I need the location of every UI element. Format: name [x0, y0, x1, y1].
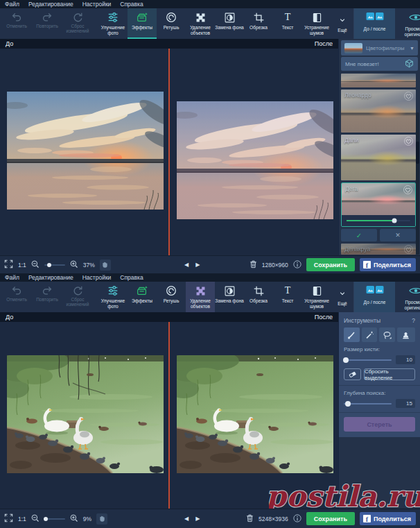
zoom-in-icon[interactable] [70, 259, 78, 271]
fit-screen-button[interactable] [4, 259, 13, 271]
tab-more[interactable]: Ещё [331, 282, 353, 312]
zoom-slider[interactable] [44, 264, 65, 266]
filter-item-delacroix[interactable]: Делакруа [341, 244, 416, 255]
tab-enhance[interactable]: Улучшение фото [98, 282, 128, 312]
lasso-tool-button[interactable] [379, 327, 395, 342]
reset-selection-button[interactable]: Сбросить выделение [364, 368, 415, 380]
tab-more[interactable]: Ещё [331, 8, 353, 39]
search-depth-handle[interactable] [345, 401, 351, 407]
slider-handle[interactable] [392, 219, 397, 223]
photo-after-sunset[interactable] [177, 101, 333, 219]
scrollbar-thumb[interactable] [416, 142, 419, 164]
filter-item-degas-selected[interactable]: Дега [341, 182, 416, 227]
erase-button[interactable]: Стереть [344, 417, 415, 432]
help-button[interactable]: ? [412, 317, 415, 324]
wand-icon [365, 330, 374, 340]
favorite-icon[interactable] [404, 137, 413, 146]
tab-text[interactable]: T Текст [273, 8, 302, 39]
tab-enhance[interactable]: Улучшение фото [98, 8, 128, 39]
filter-intensity-slider[interactable] [342, 215, 415, 226]
favorite-icon[interactable] [404, 245, 413, 254]
filter-item-partial[interactable] [341, 74, 416, 87]
tab-retouch[interactable]: Ретушь [157, 8, 186, 39]
eraser-tool-button[interactable] [344, 368, 361, 380]
next-image-button[interactable]: ▶ [195, 262, 200, 268]
tab-denoise[interactable]: Устранение шумов [302, 8, 331, 39]
photo-before-sunset[interactable] [7, 92, 164, 210]
photo-before-pond[interactable] [7, 355, 164, 473]
menu-file[interactable]: Файл [5, 274, 19, 281]
undo-button[interactable]: Отменить [1, 282, 32, 312]
hand-tool-button[interactable] [100, 259, 111, 271]
menu-settings[interactable]: Настройки [82, 1, 112, 8]
feeling-lucky-button[interactable]: Мне повезет! [341, 57, 418, 71]
before-after-toggle[interactable]: До / после [354, 282, 395, 312]
search-depth-value[interactable]: 15 [396, 399, 415, 408]
menu-settings[interactable]: Настройки [82, 274, 112, 281]
selection-actions: Сбросить выделение [344, 368, 415, 380]
favorite-icon[interactable] [403, 185, 412, 194]
share-button[interactable]: f Поделиться [360, 258, 416, 271]
filter-item-leonardo[interactable]: Леонардо [341, 90, 416, 133]
menu-help[interactable]: Справка [120, 274, 143, 281]
zoom-in-icon[interactable] [70, 513, 78, 525]
fit-screen-button[interactable] [4, 513, 13, 525]
hand-tool-button[interactable] [96, 513, 107, 525]
actual-size-button[interactable]: 1:1 [18, 516, 26, 522]
tab-effects[interactable]: Эффекты [128, 282, 157, 312]
brush-tool-button[interactable] [344, 327, 360, 342]
before-after-toggle[interactable]: До / после [354, 8, 395, 39]
apply-filter-button[interactable]: ✓ [341, 229, 377, 241]
menu-edit[interactable]: Редактирование [28, 1, 73, 8]
actual-size-button[interactable]: 1:1 [18, 262, 26, 269]
view-original-button[interactable]: Просмотр оригинала [395, 282, 420, 312]
info-icon[interactable] [293, 259, 301, 271]
menu-edit[interactable]: Редактирование [28, 274, 73, 281]
zoom-slider-handle[interactable] [44, 517, 48, 521]
next-image-button[interactable]: ▶ [195, 516, 200, 522]
search-depth-slider[interactable] [344, 403, 392, 404]
redo-button[interactable]: Повторить [32, 8, 62, 39]
tab-remove-objects[interactable]: Удаление объектов [186, 282, 215, 312]
zoom-slider-handle[interactable] [47, 263, 51, 267]
trash-button[interactable] [250, 259, 257, 271]
zoom-slider[interactable] [44, 518, 65, 520]
trash-button[interactable] [246, 513, 254, 525]
reset-changes-button[interactable]: Сброс изменений [62, 282, 93, 312]
prev-image-button[interactable]: ◀ [184, 262, 189, 268]
share-button[interactable]: f Поделиться [360, 512, 416, 525]
brush-size-handle[interactable] [343, 357, 349, 363]
filter-item-dali[interactable]: Дали [341, 135, 416, 180]
undo-button[interactable]: Отменить [1, 8, 32, 39]
menu-help[interactable]: Справка [120, 1, 143, 8]
tab-retouch[interactable]: Ретушь [157, 282, 186, 312]
tab-replace-background[interactable]: Замена фона [215, 282, 244, 312]
tab-replace-background[interactable]: Замена фона [215, 8, 244, 39]
info-icon[interactable] [293, 513, 301, 525]
magic-wand-tool-button[interactable] [362, 327, 378, 342]
tab-crop[interactable]: Обрезка [244, 282, 273, 312]
enhance-icon [107, 11, 119, 24]
brush-size-value[interactable]: 10 [396, 355, 415, 364]
save-button[interactable]: Сохранить [306, 512, 355, 525]
reset-changes-button[interactable]: Сброс изменений [62, 8, 93, 39]
favorite-icon[interactable] [404, 92, 413, 101]
menu-file[interactable]: Файл [5, 1, 19, 8]
filter-group-dropdown[interactable]: Цветофильтры ▼ [341, 40, 418, 56]
tab-crop[interactable]: Обрезка [244, 8, 273, 39]
stamp-tool-button[interactable] [397, 327, 415, 342]
zoom-out-icon[interactable] [31, 513, 40, 525]
photo-after-pond[interactable] [177, 355, 333, 473]
tab-text[interactable]: T Текст [273, 282, 302, 312]
panel-scrollbar[interactable] [416, 112, 419, 255]
tab-remove-objects[interactable]: Удаление объектов [186, 8, 215, 39]
redo-button[interactable]: Повторить [32, 282, 62, 312]
save-button[interactable]: Сохранить [306, 258, 355, 271]
prev-image-button[interactable]: ◀ [184, 516, 189, 522]
tab-denoise[interactable]: Устранение шумов [302, 282, 331, 312]
cancel-filter-button[interactable]: ✕ [380, 229, 416, 241]
zoom-out-icon[interactable] [31, 259, 40, 271]
tab-effects[interactable]: Эффекты [128, 8, 157, 39]
brush-size-slider[interactable] [344, 359, 392, 361]
view-original-button[interactable]: Просмотр оригинала [395, 8, 420, 39]
